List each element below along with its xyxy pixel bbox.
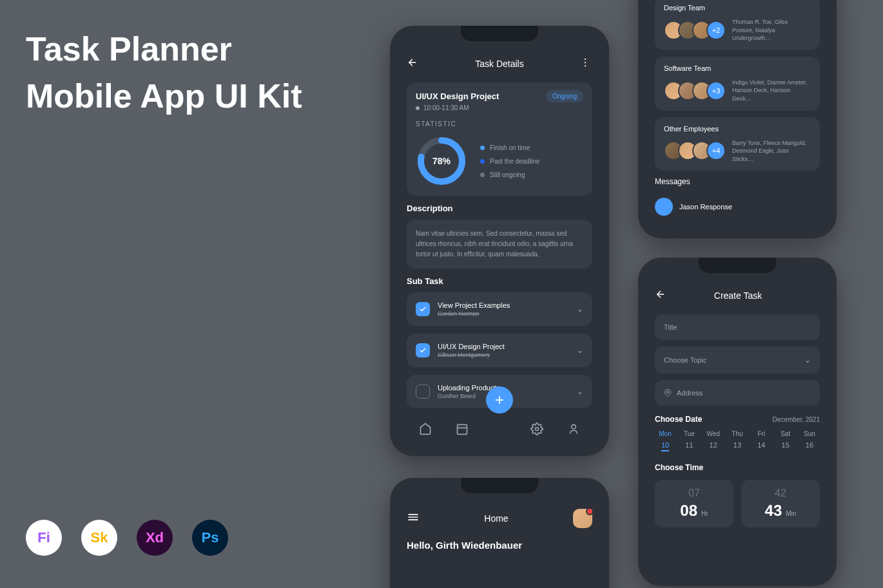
day-item[interactable]: Fri14 <box>751 430 771 451</box>
team-card[interactable]: Software Team +3 Indigo Violet, Dianne A… <box>655 57 820 111</box>
message-name: Jason Response <box>679 203 732 211</box>
status-badge: Ongoing <box>546 90 583 102</box>
team-card[interactable]: Other Employees +4 Barry Tone, Fleece Ma… <box>655 117 820 171</box>
avatar-stack: +3 <box>664 81 726 100</box>
statistic-label: STATISTIC <box>416 120 583 128</box>
date-label: Choose Date <box>655 415 702 424</box>
subtask-name: View Project Examples <box>438 301 569 309</box>
svg-rect-5 <box>458 424 467 434</box>
chevron-down-icon[interactable]: ⌄ <box>577 305 583 314</box>
profile-icon[interactable] <box>567 422 580 435</box>
subtask-title: Sub Task <box>407 276 592 286</box>
avatar-count: +3 <box>706 81 726 100</box>
legend-item: Still ongoing <box>480 171 539 178</box>
sketch-icon: Sk <box>81 520 117 556</box>
day-item[interactable]: Sun16 <box>799 430 820 451</box>
gear-icon[interactable] <box>530 422 543 435</box>
xd-icon: Xd <box>137 520 173 556</box>
team-members: Barry Tone, Fleece Marigold, Desmond Eag… <box>732 139 811 164</box>
svg-point-7 <box>535 428 538 431</box>
figma-icon: Fi <box>26 520 62 556</box>
donut-chart: 78% <box>416 135 467 187</box>
avatar <box>655 198 673 216</box>
svg-point-0 <box>585 59 586 60</box>
checkbox-unchecked[interactable] <box>416 384 430 399</box>
subtask-author: Gordon Norman <box>438 310 569 317</box>
address-input[interactable]: Address <box>655 380 820 406</box>
title-line-2: Mobile App UI Kit <box>26 73 302 120</box>
photoshop-icon: Ps <box>192 520 228 556</box>
time-value: 43 <box>765 502 782 520</box>
title-line-1: Task Planner <box>26 26 302 73</box>
more-icon[interactable] <box>579 57 592 71</box>
message-item[interactable]: Jason Response <box>655 193 820 221</box>
legend-dot-icon <box>480 173 485 177</box>
time-picker: 07 08Hr 42 43Min <box>655 480 820 527</box>
legend-label: Past the deadline <box>490 158 539 165</box>
team-card[interactable]: Design Team +2 Thomas R. Toe, Giles Post… <box>655 0 820 50</box>
team-name: Software Team <box>664 64 811 72</box>
time-faded: 42 <box>749 488 812 499</box>
legend-label: Finish on time <box>490 144 530 151</box>
svg-point-2 <box>585 65 586 66</box>
chevron-down-icon[interactable]: ⌄ <box>577 346 583 355</box>
svg-point-1 <box>585 62 586 63</box>
team-members: Thomas R. Toe, Giles Posture, Natalya Un… <box>732 18 811 43</box>
team-name: Design Team <box>664 4 811 12</box>
date-picker: Mon10 Tue11 Wed12 Thu13 Fri14 Sat15 Sun1… <box>655 430 820 451</box>
input-placeholder: Address <box>677 389 703 397</box>
description-text: Nam vitae ultricies sem. Sed consectetur… <box>416 229 583 260</box>
employees-screen: All Project Employees Design Team +2 Tho… <box>638 0 837 238</box>
back-icon[interactable] <box>655 289 668 303</box>
input-placeholder: Choose Topic <box>664 356 706 364</box>
greeting-text: Hello, Girth Wiedenbauer <box>407 540 592 551</box>
checkbox-checked[interactable] <box>416 343 430 357</box>
avatar-count: +4 <box>706 141 726 160</box>
chevron-down-icon[interactable]: ⌄ <box>577 387 583 396</box>
screen-title: Task Details <box>420 59 579 69</box>
day-item[interactable]: Thu13 <box>727 430 748 451</box>
menu-icon[interactable] <box>407 511 420 526</box>
time-label: Choose Time <box>655 463 820 472</box>
bottom-nav <box>407 416 592 442</box>
legend-label: Still ongoing <box>490 171 525 178</box>
add-button[interactable]: + <box>486 386 513 413</box>
title-input[interactable]: Title <box>655 314 820 340</box>
day-item[interactable]: Wed12 <box>703 430 724 451</box>
home-icon[interactable] <box>419 422 432 435</box>
screen-title: Create Task <box>668 290 808 301</box>
legend-dot-icon <box>480 146 485 150</box>
minute-picker[interactable]: 42 43Min <box>741 480 820 527</box>
legend-dot-icon <box>480 159 485 164</box>
subtask-item[interactable]: UI/UX Design ProjectGibson Montgomery ⌄ <box>407 334 592 367</box>
time-dot-icon <box>416 106 420 110</box>
input-placeholder: Title <box>664 323 677 331</box>
back-icon[interactable] <box>407 57 420 71</box>
subtask-name: UI/UX Design Project <box>438 343 569 350</box>
day-item[interactable]: Tue11 <box>679 430 699 451</box>
day-item[interactable]: Mon10 <box>655 430 675 451</box>
screen-title: Home <box>420 513 573 524</box>
pin-icon <box>664 389 672 397</box>
donut-percent: 78% <box>432 156 451 166</box>
time-unit: Min <box>786 510 796 517</box>
calendar-icon[interactable] <box>456 422 469 435</box>
topic-select[interactable]: Choose Topic⌄ <box>655 346 820 374</box>
legend-item: Past the deadline <box>480 158 539 165</box>
day-item[interactable]: Sat15 <box>775 430 796 451</box>
avatar-with-notification[interactable] <box>573 509 592 528</box>
time-row: 10:00-11:30 AM <box>416 104 583 111</box>
subtask-author: Gibson Montgomery <box>438 352 569 358</box>
chart-legend: Finish on time Past the deadline Still o… <box>480 144 539 178</box>
avatar-count: +2 <box>706 21 726 40</box>
time-faded: 07 <box>663 488 726 499</box>
checkbox-checked[interactable] <box>416 302 430 316</box>
tool-icons-row: Fi Sk Xd Ps <box>26 520 228 556</box>
hour-picker[interactable]: 07 08Hr <box>655 480 733 527</box>
svg-point-9 <box>667 392 669 394</box>
avatar-stack: +2 <box>664 21 726 40</box>
time-value: 08 <box>680 502 697 520</box>
date-month: December, 2021 <box>773 416 820 423</box>
task-details-screen: Task Details UI/UX Design Project 10:00-… <box>390 26 609 456</box>
subtask-item[interactable]: View Project ExamplesGordon Norman ⌄ <box>407 292 592 326</box>
